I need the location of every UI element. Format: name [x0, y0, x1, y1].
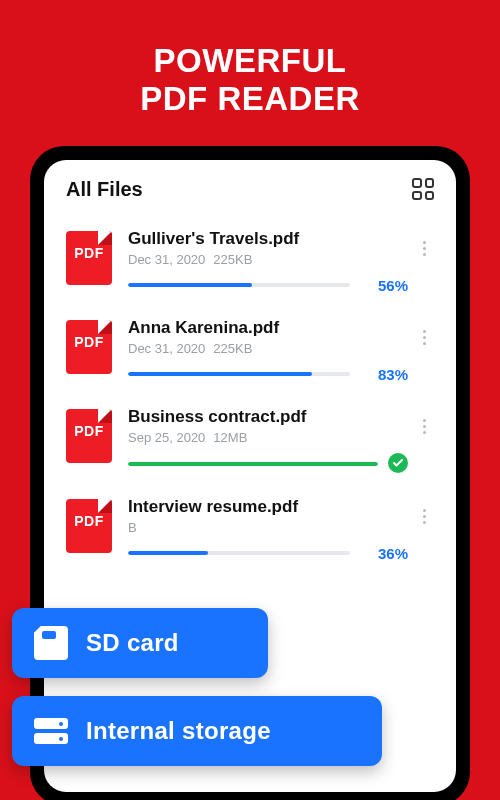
sd-card-button[interactable]: SD card — [12, 608, 268, 678]
internal-storage-button[interactable]: Internal storage — [12, 696, 382, 766]
file-row[interactable]: PDFGulliver's Travels.pdfDec 31, 2020225… — [44, 215, 456, 304]
pdf-badge-text: PDF — [66, 334, 112, 350]
check-icon — [388, 453, 408, 473]
sd-card-label: SD card — [86, 629, 179, 657]
hero-title: POWERFUL PDF READER — [0, 0, 500, 146]
file-name: Business contract.pdf — [128, 407, 408, 427]
file-row[interactable]: PDFAnna Karenina.pdfDec 31, 2020225KB83% — [44, 304, 456, 393]
pdf-icon: PDF — [66, 320, 112, 374]
grid-view-icon[interactable] — [412, 178, 434, 200]
file-main: Gulliver's Travels.pdfDec 31, 2020225KB5… — [128, 229, 408, 294]
internal-storage-label: Internal storage — [86, 717, 271, 745]
kebab-menu-icon[interactable] — [414, 330, 434, 345]
progress-track — [128, 283, 350, 287]
progress-wrap: 83% — [128, 366, 408, 383]
percent-label: 83% — [364, 366, 408, 383]
pdf-icon: PDF — [66, 499, 112, 553]
progress-fill — [128, 551, 208, 555]
file-name: Interview resume.pdf — [128, 497, 408, 517]
kebab-menu-icon[interactable] — [414, 509, 434, 524]
file-meta: B — [128, 520, 408, 535]
page-title: All Files — [66, 178, 143, 201]
hero-line2: PDF READER — [140, 80, 360, 117]
file-row[interactable]: PDFInterview resume.pdfB36% — [44, 483, 456, 572]
kebab-menu-icon[interactable] — [414, 241, 434, 256]
progress-track — [128, 551, 350, 555]
progress-fill — [128, 462, 378, 466]
percent-label: 56% — [364, 277, 408, 294]
sd-card-icon — [34, 626, 68, 660]
progress-wrap: 56% — [128, 277, 408, 294]
pdf-badge-text: PDF — [66, 513, 112, 529]
pdf-icon: PDF — [66, 231, 112, 285]
file-meta: Dec 31, 2020225KB — [128, 341, 408, 356]
file-main: Interview resume.pdfB36% — [128, 497, 408, 562]
kebab-menu-icon[interactable] — [414, 419, 434, 434]
pdf-badge-text: PDF — [66, 245, 112, 261]
hero-line1: POWERFUL — [154, 42, 347, 79]
progress-fill — [128, 283, 252, 287]
pdf-icon: PDF — [66, 409, 112, 463]
progress-fill — [128, 372, 312, 376]
file-list: PDFGulliver's Travels.pdfDec 31, 2020225… — [44, 209, 456, 572]
pdf-badge-text: PDF — [66, 423, 112, 439]
percent-label: 36% — [364, 545, 408, 562]
file-main: Anna Karenina.pdfDec 31, 2020225KB83% — [128, 318, 408, 383]
screen-header: All Files — [44, 178, 456, 209]
file-name: Gulliver's Travels.pdf — [128, 229, 408, 249]
file-meta: Dec 31, 2020225KB — [128, 252, 408, 267]
file-meta: Sep 25, 202012MB — [128, 430, 408, 445]
progress-wrap — [128, 455, 408, 473]
file-name: Anna Karenina.pdf — [128, 318, 408, 338]
file-main: Business contract.pdfSep 25, 202012MB — [128, 407, 408, 473]
progress-track — [128, 462, 378, 466]
progress-wrap: 36% — [128, 545, 408, 562]
progress-track — [128, 372, 350, 376]
drive-icon — [34, 714, 68, 748]
file-row[interactable]: PDFBusiness contract.pdfSep 25, 202012MB — [44, 393, 456, 483]
